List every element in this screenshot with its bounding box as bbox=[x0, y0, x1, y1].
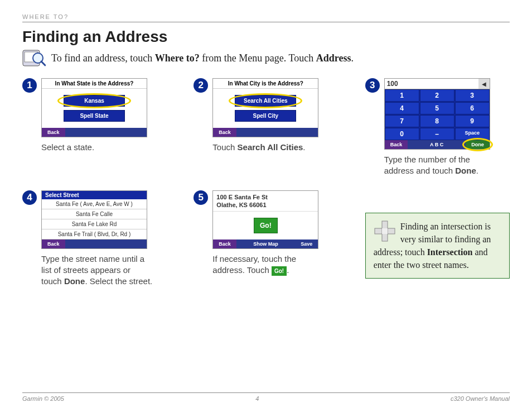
key-3[interactable]: 3 bbox=[455, 89, 490, 102]
step-badge-5: 5 bbox=[194, 190, 208, 205]
device-screen-1: In What State is the Address? Kansas Spe… bbox=[41, 78, 147, 137]
key-0[interactable]: 0 bbox=[385, 128, 419, 140]
cap-text: . bbox=[303, 142, 305, 152]
key-9[interactable]: 9 bbox=[455, 115, 490, 127]
tip-cell: Finding an intersection is very similar … bbox=[365, 190, 510, 288]
back-button[interactable]: Back bbox=[213, 239, 236, 248]
magnifier-device-icon bbox=[22, 48, 46, 68]
key-5[interactable]: 5 bbox=[420, 102, 454, 114]
search-all-cities-button[interactable]: Search All Cities bbox=[235, 95, 296, 107]
step-badge-1: 1 bbox=[22, 78, 37, 93]
step-4: 4 Select Street Santa Fe ( Ave, Ave E, A… bbox=[22, 190, 167, 288]
numeric-keypad: 1 2 3 4 5 6 7 8 9 0 – Space bbox=[385, 89, 490, 140]
intersection-icon bbox=[374, 220, 396, 242]
key-dash[interactable]: – bbox=[420, 128, 454, 140]
done-button[interactable]: Done bbox=[466, 140, 490, 149]
step-3-caption: Type the number of the address and touch… bbox=[384, 154, 496, 177]
cap-bold: Done bbox=[64, 276, 85, 286]
backspace-icon[interactable]: ◀ bbox=[478, 79, 490, 89]
intro-bold-whereto: Where to? bbox=[155, 52, 200, 64]
addr-line: 100 E Santa Fe St bbox=[216, 194, 268, 200]
device-title: In What State is the Address? bbox=[42, 79, 147, 89]
device-title: In What City is the Address? bbox=[213, 79, 318, 89]
step-2-caption: Touch Search All Cities. bbox=[212, 142, 324, 153]
step-5: 5 100 E Santa Fe St Olathe, KS 66061 Go!… bbox=[194, 190, 338, 288]
key-1[interactable]: 1 bbox=[385, 89, 419, 102]
show-map-button[interactable]: Show Map bbox=[236, 239, 295, 248]
spell-state-button[interactable]: Spell State bbox=[64, 110, 125, 122]
go-inline-icon: Go! bbox=[272, 266, 287, 276]
result-address: 100 E Santa Fe St Olathe, KS 66061 bbox=[213, 191, 318, 212]
step-badge-4: 4 bbox=[22, 190, 37, 205]
cap-text: . Select the street. bbox=[85, 276, 152, 286]
intro-bold-address: Address bbox=[316, 52, 351, 64]
footer-page-number: 4 bbox=[255, 395, 259, 402]
device-screen-5: 100 E Santa Fe St Olathe, KS 66061 Go! B… bbox=[212, 190, 318, 250]
back-button[interactable]: Back bbox=[213, 128, 236, 137]
key-7[interactable]: 7 bbox=[385, 115, 419, 127]
intro-text: To find an address, touch Where to? from… bbox=[51, 52, 354, 64]
footer-left: Garmin © 2005 bbox=[22, 395, 64, 402]
footer-right: c320 Owner's Manual bbox=[451, 395, 510, 402]
intro-mid: from the Menu page. Touch bbox=[200, 52, 316, 64]
street-option[interactable]: Santa Fe ( Ave, Ave E, Ave W ) bbox=[42, 199, 147, 209]
page-footer: Garmin © 2005 4 c320 Owner's Manual bbox=[22, 392, 510, 402]
go-button[interactable]: Go! bbox=[254, 218, 278, 233]
step-4-caption: Type the street name until a list of str… bbox=[41, 253, 153, 288]
svg-rect-6 bbox=[382, 228, 388, 234]
addr-line: Olathe, KS 66061 bbox=[216, 202, 266, 208]
step-5-caption: If necessary, touch the address. Touch G… bbox=[212, 253, 324, 276]
device-screen-3: 100 ◀ 1 2 3 4 5 6 7 8 9 0 – Space bbox=[384, 78, 490, 150]
step-badge-2: 2 bbox=[194, 78, 208, 93]
device-screen-2: In What City is the Address? Search All … bbox=[212, 78, 318, 137]
save-button[interactable]: Save bbox=[295, 239, 318, 248]
svg-line-3 bbox=[41, 61, 45, 65]
step-1: 1 In What State is the Address? Kansas S… bbox=[22, 78, 167, 177]
spell-city-button[interactable]: Spell City bbox=[235, 110, 296, 122]
list-header: Select Street bbox=[42, 191, 147, 199]
back-button[interactable]: Back bbox=[42, 128, 65, 137]
tip-bold: Intersection bbox=[427, 247, 473, 257]
steps-grid: 1 In What State is the Address? Kansas S… bbox=[22, 78, 510, 287]
key-4[interactable]: 4 bbox=[385, 102, 419, 114]
cap-text: . bbox=[476, 166, 478, 175]
key-6[interactable]: 6 bbox=[455, 102, 490, 114]
device-screen-4: Select Street Santa Fe ( Ave, Ave E, Ave… bbox=[41, 190, 147, 249]
cap-bold: Done bbox=[455, 166, 476, 175]
cap-text: Touch bbox=[212, 142, 237, 152]
cap-bold: Search All Cities bbox=[238, 142, 303, 152]
intro-row: To find an address, touch Where to? from… bbox=[22, 48, 510, 68]
number-input[interactable]: 100 bbox=[385, 79, 478, 89]
abc-button[interactable]: A B C bbox=[408, 140, 466, 149]
back-button[interactable]: Back bbox=[42, 239, 65, 248]
footer-spacer bbox=[65, 128, 147, 137]
key-2[interactable]: 2 bbox=[420, 89, 454, 102]
page-title: Finding an Address bbox=[22, 28, 510, 46]
footer-spacer bbox=[236, 128, 318, 137]
back-button[interactable]: Back bbox=[385, 140, 408, 149]
step-3: 3 100 ◀ 1 2 3 4 5 6 7 8 9 0 – bbox=[365, 78, 510, 177]
cap-text: . bbox=[287, 265, 289, 275]
step-1-caption: Select a state. bbox=[41, 142, 153, 153]
intro-suffix: . bbox=[351, 52, 354, 64]
tip-box: Finding an intersection is very similar … bbox=[365, 213, 510, 279]
intro-prefix: To find an address, touch bbox=[51, 52, 155, 64]
footer-spacer bbox=[65, 239, 147, 248]
header-section-tag: Where To? bbox=[22, 13, 510, 22]
header-rule bbox=[22, 22, 510, 22]
key-8[interactable]: 8 bbox=[420, 115, 454, 127]
step-2: 2 In What City is the Address? Search Al… bbox=[194, 78, 338, 177]
street-option[interactable]: Santa Fe Trail ( Blvd, Dr, Rd ) bbox=[42, 229, 147, 239]
street-option[interactable]: Santa Fe Calle bbox=[42, 209, 147, 219]
street-option[interactable]: Santa Fe Lake Rd bbox=[42, 219, 147, 229]
state-option-button[interactable]: Kansas bbox=[64, 95, 125, 107]
step-badge-3: 3 bbox=[365, 78, 380, 93]
